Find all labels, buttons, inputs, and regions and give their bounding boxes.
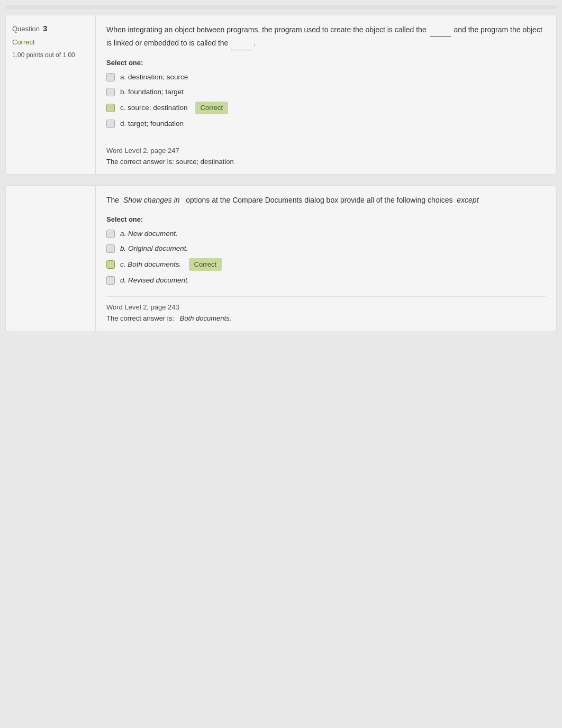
- q4-option-c[interactable]: c. Both documents. Correct: [106, 258, 546, 271]
- q3-feedback-answer: The correct answer is: source; destinati…: [106, 158, 546, 166]
- q3-blank-2: [231, 37, 252, 50]
- q3-option-c-text: c. source; destination: [120, 103, 188, 113]
- q4-middle: options at the Compare Documents dialog …: [186, 196, 452, 204]
- question-4-text: The Show changes in options at the Compa…: [106, 194, 546, 207]
- question-3-main: When integrating an object between progr…: [96, 15, 556, 174]
- question-label-3: Question: [12, 25, 40, 33]
- q4-intro: The: [106, 196, 123, 204]
- q4-show-changes: Show changes in: [123, 196, 180, 204]
- page-wrapper: Question 3 Correct 1.00 points out of 1.…: [0, 0, 562, 728]
- question-3-text: When integrating an object between progr…: [106, 24, 546, 50]
- q4-option-d[interactable]: d. Revised document.: [106, 275, 546, 286]
- q3-option-d-text: d. target; foundation: [120, 119, 184, 129]
- question-4-block: The Show changes in options at the Compa…: [5, 185, 557, 331]
- q3-radio-b[interactable]: [106, 88, 115, 96]
- q3-feedback-ref: Word Level 2, page 247: [106, 147, 546, 154]
- q3-select-one-label: Select one:: [106, 59, 546, 67]
- q3-option-d[interactable]: d. target; foundation: [106, 119, 546, 129]
- q4-radio-b[interactable]: [106, 244, 115, 253]
- question-3-block: Question 3 Correct 1.00 points out of 1.…: [5, 15, 557, 175]
- q4-except: except: [457, 196, 478, 204]
- q4-option-c-text: c. Both documents.: [120, 259, 182, 270]
- q3-radio-a[interactable]: [106, 73, 115, 81]
- q4-radio-d[interactable]: [106, 276, 115, 285]
- q3-radio-d[interactable]: [106, 120, 115, 128]
- question-3-sidebar: Question 3 Correct 1.00 points out of 1.…: [6, 15, 96, 174]
- q3-option-b[interactable]: b. foundation; target: [106, 87, 546, 97]
- q4-feedback-prefix: The correct answer is:: [106, 314, 174, 322]
- q3-correct-badge: Correct: [195, 102, 229, 114]
- question-4-sidebar: [6, 186, 96, 331]
- q3-option-a-text: a. destination; source: [120, 72, 188, 83]
- top-bar: [5, 5, 557, 10]
- q4-option-d-text: d. Revised document.: [120, 275, 189, 286]
- q4-feedback-answer-value: Both documents.: [180, 314, 232, 322]
- q4-option-a-text: a. New document.: [120, 229, 178, 239]
- q4-correct-badge: Correct: [189, 258, 222, 271]
- q4-radio-c[interactable]: [106, 260, 115, 269]
- q4-option-b-text: b. Original document.: [120, 243, 188, 254]
- q4-options-list: a. New document. b. Original document. c…: [106, 229, 546, 286]
- question-number-3: 3: [43, 24, 47, 33]
- q3-option-c[interactable]: c. source; destination Correct: [106, 102, 546, 114]
- q3-option-a[interactable]: a. destination; source: [106, 72, 546, 83]
- q3-feedback: Word Level 2, page 247 The correct answe…: [106, 140, 546, 166]
- q3-radio-c[interactable]: [106, 104, 115, 112]
- q3-options-list: a. destination; source b. foundation; ta…: [106, 72, 546, 129]
- q4-select-one-label: Select one:: [106, 215, 546, 223]
- q4-option-a[interactable]: a. New document.: [106, 229, 546, 239]
- question-4-main: The Show changes in options at the Compa…: [96, 186, 556, 331]
- q3-text-part1: When integrating an object between progr…: [106, 25, 427, 34]
- q4-option-b[interactable]: b. Original document.: [106, 243, 546, 254]
- question-3-points: 1.00 points out of 1.00: [12, 50, 89, 60]
- q4-feedback: Word Level 2, page 243 The correct answe…: [106, 296, 546, 322]
- q4-feedback-answer: The correct answer is: Both documents.: [106, 314, 546, 322]
- q4-feedback-ref: Word Level 2, page 243: [106, 303, 546, 311]
- q4-radio-a[interactable]: [106, 230, 115, 238]
- question-3-status: Correct: [12, 38, 89, 46]
- q3-option-b-text: b. foundation; target: [120, 87, 184, 97]
- q3-blank-1: [430, 24, 451, 37]
